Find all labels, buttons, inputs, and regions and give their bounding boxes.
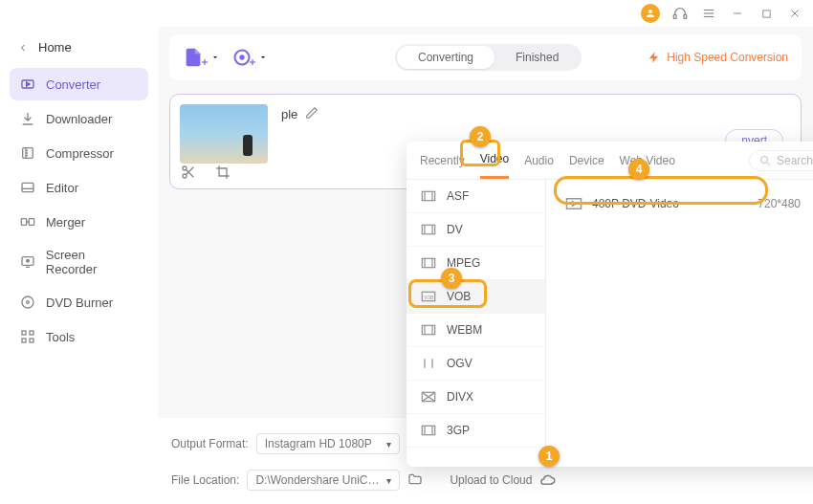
upload-cloud-label: Upload to Cloud: [450, 473, 532, 487]
close-icon[interactable]: [786, 5, 803, 22]
format-item-asf[interactable]: ASF: [406, 180, 545, 213]
high-speed-conversion-button[interactable]: High Speed Conversion: [648, 51, 788, 64]
svg-point-30: [240, 55, 243, 58]
chevron-down-icon: ▾: [386, 439, 391, 449]
file-title: ple: [281, 107, 297, 121]
tab-device[interactable]: Device: [569, 142, 604, 179]
add-dvd-button[interactable]: [232, 48, 267, 67]
svg-rect-1: [673, 14, 676, 18]
dvd-burner-icon: [19, 294, 36, 311]
user-avatar[interactable]: [641, 4, 660, 23]
annotation-badge-2: 2: [470, 126, 491, 147]
file-location-label: File Location:: [171, 473, 239, 487]
svg-point-19: [27, 259, 30, 262]
merger-icon: [19, 213, 36, 230]
minimize-icon[interactable]: [729, 5, 746, 22]
format-item-vob[interactable]: VOBVOB: [406, 280, 545, 314]
svg-rect-25: [22, 339, 26, 342]
content: Converting Finished High Speed Conversio…: [158, 27, 813, 504]
format-dropdown-panel: Recently Video Audio Device Web Video Se…: [406, 142, 813, 467]
svg-point-0: [648, 10, 652, 13]
downloader-icon: [19, 110, 36, 127]
film-icon: [420, 223, 437, 236]
sidebar-item-tools[interactable]: Tools: [10, 320, 148, 353]
svg-rect-23: [22, 331, 26, 335]
tab-recently[interactable]: Recently: [420, 142, 465, 179]
svg-rect-16: [29, 219, 33, 226]
screen-recorder-icon: [19, 253, 36, 271]
sidebar-item-downloader[interactable]: Downloader: [10, 102, 148, 135]
add-file-button[interactable]: [183, 47, 219, 68]
sidebar-label: Screen Recorder: [46, 248, 139, 276]
svg-point-38: [761, 156, 768, 163]
compressor-icon: [19, 144, 36, 162]
open-folder-button[interactable]: [407, 471, 423, 490]
output-format-select[interactable]: Instagram HD 1080P ▾: [256, 433, 400, 454]
home-back-button[interactable]: Home: [10, 34, 148, 60]
svg-text:VOB: VOB: [424, 296, 433, 300]
lightning-icon: [648, 51, 661, 64]
status-segmented: Converting Finished: [395, 44, 582, 71]
chevron-down-icon: ▾: [386, 475, 391, 486]
chevron-down-icon: [259, 54, 267, 61]
dropdown-header: Recently Video Audio Device Web Video Se…: [406, 142, 813, 180]
editor-icon: [19, 179, 36, 196]
crop-button[interactable]: [214, 164, 231, 181]
tab-converting[interactable]: Converting: [397, 46, 494, 69]
format-item-3gp[interactable]: 3GP: [406, 414, 545, 448]
sidebar-item-dvd-burner[interactable]: DVD Burner: [10, 286, 148, 318]
format-search-input[interactable]: Search: [749, 150, 813, 171]
format-list: ASF DV MPEG VOBVOB WEBM OGV DIVX 3GP: [406, 180, 546, 467]
format-item-mpeg[interactable]: MPEG: [406, 247, 545, 280]
video-icon: [565, 197, 582, 210]
maximize-icon[interactable]: [758, 5, 775, 22]
hamburger-menu-icon[interactable]: [700, 5, 717, 22]
svg-marker-64: [573, 202, 577, 207]
sidebar-label: Merger: [46, 215, 85, 230]
titlebar: [0, 0, 813, 27]
sidebar-label: Converter: [46, 77, 100, 92]
tab-video[interactable]: Video: [480, 142, 509, 179]
sidebar-label: Tools: [46, 330, 75, 344]
topbar: Converting Finished High Speed Conversio…: [169, 34, 802, 80]
format-item-dv[interactable]: DV: [406, 213, 545, 247]
headset-icon[interactable]: [671, 5, 689, 22]
sidebar-item-screen-recorder[interactable]: Screen Recorder: [10, 240, 148, 284]
vob-icon: VOB: [420, 290, 437, 303]
svg-rect-24: [30, 331, 33, 335]
svg-line-39: [767, 162, 770, 164]
output-format-label: Output Format:: [171, 437, 249, 450]
format-item-ogv[interactable]: OGV: [406, 347, 545, 381]
high-speed-label: High Speed Conversion: [667, 51, 788, 64]
svg-rect-13: [22, 183, 33, 191]
sidebar-item-editor[interactable]: Editor: [10, 171, 148, 204]
converter-icon: [19, 76, 36, 93]
preset-480p-dvd[interactable]: 480P DVD-Video 720*480: [556, 189, 813, 218]
sidebar-label: DVD Burner: [46, 296, 113, 310]
film-icon: [420, 256, 437, 270]
svg-marker-11: [27, 82, 30, 86]
trim-button[interactable]: [180, 164, 197, 181]
svg-point-21: [22, 296, 33, 308]
film-icon: [420, 390, 437, 404]
video-thumbnail[interactable]: [180, 104, 268, 164]
edit-title-button[interactable]: [305, 106, 319, 122]
tab-finished[interactable]: Finished: [494, 46, 580, 69]
tab-audio[interactable]: Audio: [524, 142, 554, 179]
output-format-value: Instagram HD 1080P: [265, 437, 372, 450]
home-label: Home: [38, 40, 72, 55]
format-item-divx[interactable]: DIVX: [406, 381, 545, 414]
svg-rect-2: [684, 14, 687, 18]
sidebar-item-converter[interactable]: Converter: [10, 68, 148, 100]
sidebar-item-compressor[interactable]: Compressor: [10, 137, 148, 169]
tools-icon: [19, 328, 36, 345]
sidebar-item-merger[interactable]: Merger: [10, 206, 148, 238]
file-location-select[interactable]: D:\Wondershare UniConverter 1 ▾: [247, 470, 400, 491]
file-title-row: ple: [281, 104, 319, 122]
upload-cloud-button[interactable]: [539, 471, 557, 491]
file-tools: [180, 164, 231, 181]
svg-rect-7: [762, 10, 769, 16]
format-item-webm[interactable]: WEBM: [406, 314, 545, 347]
file-location-value: D:\Wondershare UniConverter 1: [255, 473, 380, 487]
annotation-badge-3: 3: [441, 268, 462, 289]
